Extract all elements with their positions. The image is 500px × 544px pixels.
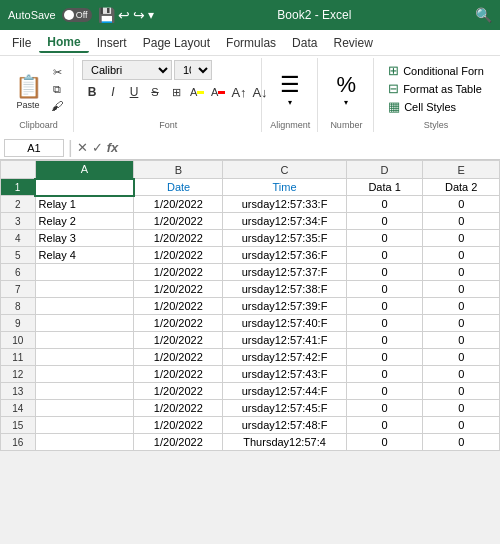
increase-font-button[interactable]: A↑ [229, 83, 249, 101]
cell-d8[interactable]: 0 [346, 298, 423, 315]
cell-a15[interactable] [35, 417, 134, 434]
row-number[interactable]: 2 [1, 196, 36, 213]
row-number[interactable]: 11 [1, 349, 36, 366]
cell-e9[interactable]: 0 [423, 315, 500, 332]
cell-b15[interactable]: 1/20/2022 [134, 417, 223, 434]
cell-d1[interactable]: Data 1 [346, 179, 423, 196]
row-number[interactable]: 8 [1, 298, 36, 315]
cell-b1[interactable]: Date [134, 179, 223, 196]
cell-c5[interactable]: ursday12:57:36:F [223, 247, 347, 264]
row-number[interactable]: 9 [1, 315, 36, 332]
cell-styles-button[interactable]: ▦ Cell Styles [385, 98, 487, 115]
search-icon[interactable]: 🔍 [475, 7, 492, 23]
cell-a11[interactable] [35, 349, 134, 366]
cell-c1[interactable]: Time [223, 179, 347, 196]
cell-c16[interactable]: Thursday12:57:4 [223, 434, 347, 451]
cell-b2[interactable]: 1/20/2022 [134, 196, 223, 213]
cell-a14[interactable] [35, 400, 134, 417]
cell-a4[interactable]: Relay 3 [35, 230, 134, 247]
cell-b8[interactable]: 1/20/2022 [134, 298, 223, 315]
format-table-button[interactable]: ⊟ Format as Table [385, 80, 487, 97]
cell-b4[interactable]: 1/20/2022 [134, 230, 223, 247]
number-button[interactable]: % ▾ [322, 63, 370, 115]
cell-c2[interactable]: ursday12:57:33:F [223, 196, 347, 213]
cell-e4[interactable]: 0 [423, 230, 500, 247]
cell-e12[interactable]: 0 [423, 366, 500, 383]
cell-d6[interactable]: 0 [346, 264, 423, 281]
row-number[interactable]: 10 [1, 332, 36, 349]
cell-c4[interactable]: ursday12:57:35:F [223, 230, 347, 247]
menu-page-layout[interactable]: Page Layout [135, 34, 218, 52]
cell-c15[interactable]: ursday12:57:48:F [223, 417, 347, 434]
strikethrough-button[interactable]: S [145, 83, 165, 101]
cell-e10[interactable]: 0 [423, 332, 500, 349]
cell-c6[interactable]: ursday12:57:37:F [223, 264, 347, 281]
cut-button[interactable]: ✂ [47, 64, 67, 80]
formula-input[interactable] [122, 141, 496, 155]
cell-d15[interactable]: 0 [346, 417, 423, 434]
row-number[interactable]: 4 [1, 230, 36, 247]
cell-a3[interactable]: Relay 2 [35, 213, 134, 230]
cell-a10[interactable] [35, 332, 134, 349]
col-header-c[interactable]: C [223, 161, 347, 179]
cell-d3[interactable]: 0 [346, 213, 423, 230]
row-number[interactable]: 14 [1, 400, 36, 417]
cell-d5[interactable]: 0 [346, 247, 423, 264]
menu-file[interactable]: File [4, 34, 39, 52]
cell-e7[interactable]: 0 [423, 281, 500, 298]
cell-e11[interactable]: 0 [423, 349, 500, 366]
cell-a12[interactable] [35, 366, 134, 383]
cancel-formula-icon[interactable]: ✕ [77, 140, 88, 155]
row-number[interactable]: 7 [1, 281, 36, 298]
cell-b16[interactable]: 1/20/2022 [134, 434, 223, 451]
redo-icon[interactable]: ↪ [133, 7, 145, 23]
cell-b13[interactable]: 1/20/2022 [134, 383, 223, 400]
col-header-b[interactable]: B [134, 161, 223, 179]
cell-a7[interactable] [35, 281, 134, 298]
cell-d11[interactable]: 0 [346, 349, 423, 366]
cell-e2[interactable]: 0 [423, 196, 500, 213]
cell-e8[interactable]: 0 [423, 298, 500, 315]
col-header-d[interactable]: D [346, 161, 423, 179]
cell-d2[interactable]: 0 [346, 196, 423, 213]
cell-c3[interactable]: ursday12:57:34:F [223, 213, 347, 230]
cell-a2[interactable]: Relay 1 [35, 196, 134, 213]
autosave-toggle[interactable]: Off [62, 8, 92, 22]
cell-b10[interactable]: 1/20/2022 [134, 332, 223, 349]
row-number[interactable]: 1 [1, 179, 36, 196]
col-header-e[interactable]: E [423, 161, 500, 179]
cell-e3[interactable]: 0 [423, 213, 500, 230]
cell-e15[interactable]: 0 [423, 417, 500, 434]
row-number[interactable]: 13 [1, 383, 36, 400]
font-name-select[interactable]: Calibri [82, 60, 172, 80]
save-icon[interactable]: 💾 [98, 7, 115, 23]
conditional-format-button[interactable]: ⊞ Conditional Forn [385, 62, 487, 79]
cell-b14[interactable]: 1/20/2022 [134, 400, 223, 417]
cell-c7[interactable]: ursday12:57:38:F [223, 281, 347, 298]
cell-a6[interactable] [35, 264, 134, 281]
row-number[interactable]: 5 [1, 247, 36, 264]
copy-button[interactable]: ⧉ [47, 81, 67, 97]
cell-e6[interactable]: 0 [423, 264, 500, 281]
insert-function-icon[interactable]: fx [107, 140, 119, 155]
alignment-button[interactable]: ☰ ▾ [266, 63, 314, 115]
format-painter-button[interactable]: 🖌 [47, 98, 67, 114]
row-number[interactable]: 3 [1, 213, 36, 230]
cell-c9[interactable]: ursday12:57:40:F [223, 315, 347, 332]
cell-reference-box[interactable] [4, 139, 64, 157]
col-header-a[interactable]: A [35, 161, 134, 179]
cell-a9[interactable] [35, 315, 134, 332]
cell-c10[interactable]: ursday12:57:41:F [223, 332, 347, 349]
cell-e13[interactable]: 0 [423, 383, 500, 400]
cell-e16[interactable]: 0 [423, 434, 500, 451]
row-number[interactable]: 16 [1, 434, 36, 451]
cell-b12[interactable]: 1/20/2022 [134, 366, 223, 383]
cell-e5[interactable]: 0 [423, 247, 500, 264]
cell-c12[interactable]: ursday12:57:43:F [223, 366, 347, 383]
paste-button[interactable]: 📋 Paste [10, 70, 46, 114]
cell-b3[interactable]: 1/20/2022 [134, 213, 223, 230]
font-color-button[interactable]: A [208, 83, 228, 101]
cell-d7[interactable]: 0 [346, 281, 423, 298]
cell-d13[interactable]: 0 [346, 383, 423, 400]
confirm-formula-icon[interactable]: ✓ [92, 140, 103, 155]
